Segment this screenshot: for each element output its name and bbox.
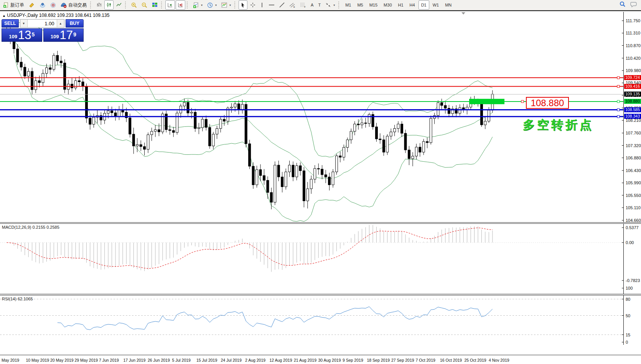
sell-price[interactable]: 109 13 5 (2, 28, 42, 42)
rsi-axis-label: 0 (626, 340, 641, 344)
text-label-button[interactable]: T (316, 0, 323, 10)
price-level-tag[interactable]: 109.724 (624, 75, 641, 80)
community-button[interactable] (38, 0, 48, 10)
timeframe-mn-button[interactable]: MN (442, 0, 454, 10)
buy-button[interactable]: BUY (66, 19, 84, 28)
chevron-down-icon[interactable]: ▾ (229, 3, 231, 7)
date-label: 25 Oct 2019 (465, 358, 486, 362)
chevron-down-icon[interactable]: ▾ (333, 3, 335, 7)
sell-price-pip: 5 (31, 29, 35, 40)
horizontal-line-icon (269, 3, 275, 7)
zoom-in-button[interactable] (129, 0, 139, 10)
price-tick-label: 107.320 (626, 143, 641, 148)
timeframe-m30-button[interactable]: M30 (381, 0, 394, 10)
new-chart-icon (193, 2, 199, 8)
macd-pane-divider[interactable] (0, 222, 641, 224)
zoom-out-icon (142, 2, 147, 8)
buy-price[interactable]: 109 17 9 (43, 28, 84, 42)
rsi-axis-label: 50 (626, 313, 641, 318)
cn-annotation-text[interactable]: 多空转折点 (523, 117, 594, 133)
chart-window[interactable]: ▲ USDJPY-,Daily 108.692 109.233 108.641 … (0, 10, 641, 364)
rsi-pane-divider[interactable] (0, 294, 641, 295)
templates-button[interactable]: ▾ (219, 0, 233, 10)
fibonacci-icon: F (300, 2, 306, 8)
buy-price-pip: 9 (73, 29, 76, 40)
equidistant-channel-button[interactable]: E (287, 0, 297, 10)
svg-text:F: F (304, 6, 306, 8)
price-callout-label[interactable]: 108.880 (526, 97, 569, 109)
metaquotes-button[interactable] (27, 0, 37, 10)
chart-symbol: USDJPY-,Daily (7, 13, 38, 18)
candlestick-icon (106, 2, 112, 8)
new-chart-button[interactable]: ▾ (191, 0, 204, 10)
date-label: 7 Jun 2019 (99, 358, 119, 362)
price-tick-label: 105.110 (626, 205, 641, 210)
timeframe-label: MN (445, 3, 452, 7)
macd-axis-label: 0.00 (626, 240, 641, 245)
price-level-tag[interactable]: 108.880 (624, 99, 641, 104)
chart-shift-marker[interactable] (461, 12, 465, 15)
sell-price-handle: 109 (9, 33, 17, 41)
zoom-out-button[interactable] (140, 0, 149, 10)
timeframe-m1-button[interactable]: M1 (343, 0, 354, 10)
vertical-line-icon (260, 2, 264, 8)
rsi-axis-label: 15 (626, 333, 641, 337)
candlestick-button[interactable] (104, 0, 114, 10)
cursor-button[interactable] (239, 0, 247, 10)
timeframe-h4-button[interactable]: H4 (407, 0, 418, 10)
horizontal-line-button[interactable] (267, 0, 277, 10)
volume-decrease-button[interactable]: ▼ (20, 20, 28, 27)
mt4-terminal: 新订单自动交易▾▾▾EFAT▾M1M5M15M30H1H4D1W1MN ▲ US… (0, 0, 641, 364)
current-price-tag: 109.135 (624, 92, 641, 97)
chevron-down-icon[interactable]: ▾ (215, 3, 217, 7)
price-tick-label: 106.880 (626, 156, 641, 160)
price-level-tag[interactable]: 109.416 (624, 84, 641, 89)
volume-input[interactable]: 1.00 (28, 20, 57, 27)
date-label: 15 Jul 2019 (196, 358, 217, 362)
chat-icon[interactable] (630, 2, 637, 9)
timeframe-m5-button[interactable]: M5 (354, 0, 366, 10)
rsi-axis-label: 100 (626, 286, 641, 290)
timeframe-label: M15 (369, 3, 377, 7)
date-label: 21 Aug 2019 (294, 358, 316, 362)
toolbar-separator (161, 2, 163, 8)
price-chart-canvas (0, 1, 641, 364)
timeframe-h1-button[interactable]: H1 (395, 0, 406, 10)
volume-increase-button[interactable]: ▲ (57, 20, 64, 27)
line-chart-button[interactable] (114, 0, 124, 10)
timeframe-m15-button[interactable]: M15 (367, 0, 380, 10)
line-chart-icon (116, 2, 122, 8)
price-level-tag[interactable]: 108.585 (624, 107, 641, 112)
date-label: 16 Oct 2019 (440, 358, 462, 362)
bar-chart-button[interactable] (94, 0, 104, 10)
auto-trading-button[interactable]: 自动交易 (59, 0, 89, 10)
new-order-button[interactable]: 新订单 (1, 0, 26, 10)
timeframe-d1-button[interactable]: D1 (419, 0, 429, 10)
price-level-tag[interactable]: 108.343 (624, 114, 641, 119)
timeframe-label: H1 (398, 3, 404, 7)
price-tick-label: 111.310 (626, 31, 641, 35)
sell-button[interactable]: SELL (2, 19, 19, 28)
tile-windows-button[interactable] (150, 0, 160, 10)
collapse-marker-icon[interactable]: ▲ (2, 14, 6, 18)
text-button[interactable]: A (309, 0, 315, 10)
timeframe-w1-button[interactable]: W1 (430, 0, 442, 10)
price-tick-label: 110.870 (626, 43, 641, 48)
buy-price-big: 17 (59, 30, 73, 41)
timeframe-label: M1 (345, 3, 351, 7)
toolbar-separator (234, 2, 237, 8)
trendline-button[interactable] (277, 0, 287, 10)
arrows-button[interactable]: ▾ (323, 0, 337, 10)
crosshair-button[interactable] (248, 0, 257, 10)
time-axis-border (0, 355, 641, 356)
chart-shift-button[interactable] (176, 0, 185, 10)
search-icon[interactable] (620, 1, 626, 9)
macd-axis-label: -0.7823 (626, 278, 641, 283)
signal-button[interactable] (48, 0, 58, 10)
vertical-line-button[interactable] (258, 0, 266, 10)
fibonacci-button[interactable]: F (298, 0, 308, 10)
chevron-down-icon[interactable]: ▾ (201, 3, 203, 7)
auto-scroll-button[interactable] (165, 0, 175, 10)
profiles-button[interactable]: ▾ (205, 0, 219, 10)
community-icon (40, 2, 46, 8)
